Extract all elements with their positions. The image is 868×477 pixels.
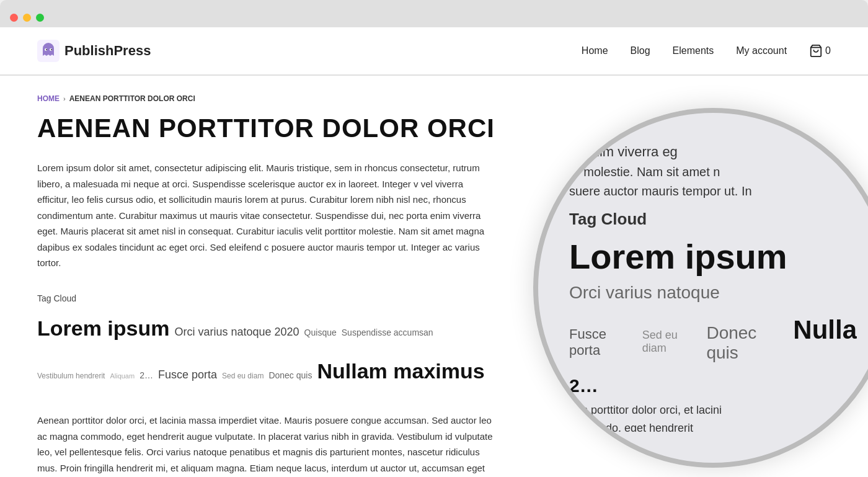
page-content: HOME › AENEAN PORTTITOR DOLOR ORCI AENEA… — [0, 76, 533, 477]
mag-sed: Sed eu diam — [642, 329, 701, 355]
svg-point-3 — [46, 49, 47, 50]
logo-icon — [37, 40, 60, 62]
magnifier-overlay: ta enim viverra eg or molestie. Nam sit … — [533, 108, 868, 468]
tag-donec[interactable]: Donec quis — [268, 368, 312, 383]
tag-vestibulum[interactable]: Vestibulum hendrerit — [37, 370, 105, 383]
logo-text: PublishPress — [64, 43, 151, 59]
breadcrumb-current: AENEAN PORTTITOR DOLOR ORCI — [69, 94, 195, 103]
mag-text-1: ta enim viverra eg — [569, 144, 857, 160]
breadcrumb-home[interactable]: HOME — [37, 94, 60, 103]
maximize-button[interactable] — [36, 14, 44, 22]
nav-my-account[interactable]: My account — [736, 45, 787, 56]
tag-cloud-words: Lorem ipsum Orci varius natoque 2020 Qui… — [37, 310, 496, 390]
mag-second-row: Fusce porta Sed eu diam Donec quis Nulla — [569, 315, 857, 363]
mag-donec: Donec quis — [706, 323, 787, 363]
browser-content: PublishPress Home Blog Elements My accou… — [0, 27, 868, 477]
tag-orci[interactable]: Orci varius natoque 2020 — [174, 322, 299, 342]
cart-icon — [809, 44, 823, 58]
svg-point-4 — [51, 49, 52, 50]
nav-home[interactable]: Home — [582, 45, 608, 56]
main-paragraph: Lorem ipsum dolor sit amet, consectetur … — [37, 160, 496, 271]
second-paragraph: Aenean porttitor dolor orci, et lacinia … — [37, 412, 496, 477]
tag-aliquam[interactable]: Aliquam — [110, 370, 135, 383]
logo[interactable]: PublishPress — [37, 40, 151, 62]
tag-quisque[interactable]: Quisque — [304, 325, 337, 341]
cart-area[interactable]: 0 — [809, 44, 831, 58]
tag-nullam[interactable]: Nullam maximus — [317, 352, 484, 390]
nav-elements[interactable]: Elements — [673, 45, 714, 56]
mag-num: 2… — [569, 375, 598, 396]
nav-blog[interactable]: Blog — [631, 45, 650, 56]
mag-fusce: Fusce porta — [569, 326, 636, 359]
breadcrumb-arrow: › — [63, 95, 66, 102]
page-title: AENEAN PORTTITOR DOLOR ORCI — [37, 114, 496, 143]
tag-sed[interactable]: Sed eu diam — [222, 370, 264, 383]
mag-tag-orci: Orci varius natoque — [569, 283, 720, 303]
mag-long-1: ean porttitor dolor orci, et lacini — [569, 404, 857, 417]
tag-fusce[interactable]: Fusce porta — [158, 365, 217, 385]
minimize-button[interactable] — [23, 14, 31, 22]
tag-cloud-label: Tag Cloud — [37, 293, 496, 303]
window-chrome — [0, 0, 868, 27]
mag-tag-label: Tag Cloud — [569, 210, 857, 229]
mag-long-2: commodo, eget hendrerit — [569, 422, 857, 432]
mag-text-3: suere auctor mauris tempor ut. In — [569, 184, 857, 198]
mag-number-row: 2… — [569, 375, 857, 396]
tag-lorem-ipsum[interactable]: Lorem ipsum — [37, 310, 169, 347]
close-button[interactable] — [10, 14, 18, 22]
mag-tag-words: Lorem ipsum Orci varius natoque — [569, 236, 857, 303]
tag-suspendisse[interactable]: Suspendisse accumsan — [342, 325, 433, 341]
site-header: PublishPress Home Blog Elements My accou… — [0, 27, 868, 75]
tag-cloud-section: Tag Cloud Lorem ipsum Orci varius natoqu… — [37, 293, 496, 390]
mag-tag-lorem: Lorem ipsum — [569, 236, 787, 277]
tag-2[interactable]: 2… — [140, 368, 153, 383]
cart-count: 0 — [825, 45, 831, 56]
breadcrumb: HOME › AENEAN PORTTITOR DOLOR ORCI — [37, 94, 496, 103]
mag-text-2: or molestie. Nam sit amet n — [569, 165, 857, 179]
main-nav: Home Blog Elements My account 0 — [582, 44, 831, 58]
mag-nulla: Nulla — [793, 315, 857, 345]
